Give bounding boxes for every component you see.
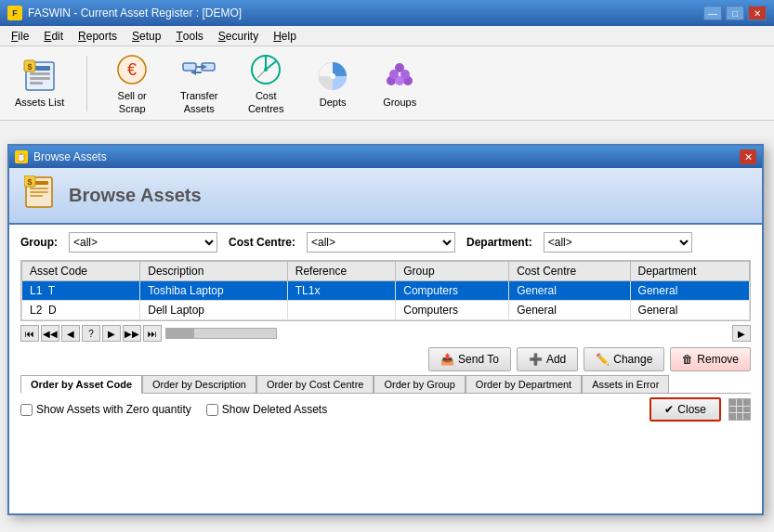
tab-order-group[interactable]: Order by Group bbox=[374, 375, 465, 393]
toolbar-transfer-assets[interactable]: TransferAssets bbox=[173, 47, 225, 118]
send-to-button[interactable]: 📤 Send To bbox=[428, 347, 511, 371]
nav-help[interactable]: ? bbox=[82, 325, 100, 342]
transfer-assets-icon bbox=[180, 51, 217, 88]
col-group: Group bbox=[396, 262, 509, 281]
menu-security[interactable]: Security bbox=[211, 26, 266, 45]
department-label: Department: bbox=[466, 236, 532, 249]
svg-rect-2 bbox=[30, 72, 50, 75]
cell-group: Computers bbox=[396, 281, 509, 301]
table-header-row: Asset Code Description Reference Group C… bbox=[22, 262, 750, 281]
dialog-title-close-button[interactable]: ✕ bbox=[740, 149, 756, 164]
remove-icon: 🗑 bbox=[682, 353, 693, 366]
nav-next[interactable]: ▶ bbox=[102, 325, 121, 342]
navigation-row: ⏮ ◀◀ ◀ ? ▶ ▶▶ ⏭ ▶ bbox=[20, 325, 751, 342]
menu-file[interactable]: File bbox=[4, 26, 36, 45]
zero-qty-label: Show Assets with Zero quantity bbox=[36, 403, 191, 416]
close-checkmark-icon: ✔ bbox=[664, 403, 674, 416]
transfer-assets-label: TransferAssets bbox=[180, 90, 218, 114]
toolbar-assets-list[interactable]: $ Assets List bbox=[11, 54, 68, 112]
svg-rect-3 bbox=[30, 77, 50, 80]
tab-order-asset-code[interactable]: Order by Asset Code bbox=[20, 375, 142, 394]
col-description: Description bbox=[140, 262, 287, 281]
nav-first[interactable]: ⏮ bbox=[20, 325, 39, 342]
department-select[interactable]: <all> bbox=[544, 232, 692, 253]
assets-table: Asset Code Description Reference Group C… bbox=[21, 261, 750, 320]
minimize-button[interactable]: — bbox=[703, 6, 722, 20]
scroll-right-button[interactable]: ▶ bbox=[732, 325, 751, 342]
nav-prev-prev[interactable]: ◀◀ bbox=[41, 325, 59, 342]
nav-prev[interactable]: ◀ bbox=[61, 325, 80, 342]
menu-bar: File Edit Reports Setup Tools Security H… bbox=[0, 26, 774, 46]
col-reference: Reference bbox=[287, 262, 396, 281]
assets-table-scroll[interactable]: Asset Code Description Reference Group C… bbox=[20, 260, 751, 321]
group-select[interactable]: <all> bbox=[69, 232, 217, 253]
nav-last[interactable]: ⏭ bbox=[143, 325, 162, 342]
svg-rect-4 bbox=[30, 82, 43, 84]
browse-assets-dialog: 📋 Browse Assets ✕ $ Browse Assets Group:… bbox=[7, 144, 764, 515]
svg-rect-29 bbox=[30, 195, 43, 197]
cost-centre-select[interactable]: <all> bbox=[307, 232, 455, 253]
table-row[interactable]: L2 D Dell Laptop Computers General Gener… bbox=[22, 301, 750, 320]
window-controls: — □ ✕ bbox=[703, 6, 767, 20]
toolbar: $ Assets List € Sell orScrap TransferAss… bbox=[0, 46, 774, 121]
scroll-right-btn: ▶ bbox=[732, 325, 751, 342]
tab-order-department[interactable]: Order by Department bbox=[466, 375, 582, 393]
cost-centres-label: CostCentres bbox=[248, 90, 284, 114]
add-icon: ➕ bbox=[529, 353, 543, 366]
add-label: Add bbox=[546, 353, 566, 366]
dialog-title-icon: 📋 bbox=[15, 150, 28, 163]
menu-edit[interactable]: Edit bbox=[36, 26, 71, 45]
col-cost-centre: Cost Centre bbox=[509, 262, 630, 281]
add-button[interactable]: ➕ Add bbox=[517, 347, 578, 371]
assets-list-label: Assets List bbox=[15, 97, 64, 109]
bottom-row: Show Assets with Zero quantity Show Dele… bbox=[20, 397, 751, 422]
depts-icon bbox=[314, 58, 351, 95]
svg-text:$: $ bbox=[27, 62, 32, 71]
col-asset-code: Asset Code bbox=[22, 262, 140, 281]
tab-assets-in-error[interactable]: Assets in Error bbox=[582, 375, 669, 393]
remove-button[interactable]: 🗑 Remove bbox=[670, 347, 751, 371]
horizontal-scrollbar-handle[interactable] bbox=[166, 329, 194, 338]
menu-help[interactable]: Help bbox=[266, 26, 304, 45]
deleted-checkbox-item[interactable]: Show Deleted Assets bbox=[206, 403, 327, 416]
toolbar-sell-scrap[interactable]: € Sell orScrap bbox=[106, 47, 158, 118]
svg-point-16 bbox=[264, 68, 268, 71]
window-close-button[interactable]: ✕ bbox=[748, 6, 767, 20]
dialog-body: Group: <all> Cost Centre: <all> Departme… bbox=[9, 225, 762, 429]
dialog-header-title: Browse Assets bbox=[69, 185, 202, 206]
svg-rect-9 bbox=[183, 63, 196, 71]
zero-qty-checkbox-item[interactable]: Show Assets with Zero quantity bbox=[20, 403, 191, 416]
toolbar-cost-centres[interactable]: CostCentres bbox=[240, 47, 292, 118]
svg-point-18 bbox=[330, 73, 335, 79]
group-label: Group: bbox=[20, 236, 58, 249]
toolbar-groups[interactable]: Groups bbox=[374, 54, 426, 112]
change-button[interactable]: ✏️ Change bbox=[584, 347, 664, 371]
menu-setup[interactable]: Setup bbox=[125, 26, 168, 45]
tab-order-description[interactable]: Order by Description bbox=[142, 375, 256, 393]
action-buttons-row: 📤 Send To ➕ Add ✏️ Change 🗑 Remove bbox=[20, 347, 751, 371]
table-row[interactable]: L1 T Toshiba Laptop TL1x Computers Gener… bbox=[22, 281, 750, 301]
deleted-checkbox[interactable] bbox=[206, 404, 218, 416]
order-tabs: Order by Asset Code Order by Description… bbox=[20, 375, 751, 394]
cell-department: General bbox=[630, 301, 749, 320]
toolbar-separator-1 bbox=[86, 56, 87, 111]
close-dialog-button[interactable]: ✔ Close bbox=[649, 397, 721, 422]
cell-reference: TL1x bbox=[287, 281, 396, 301]
send-to-icon: 📤 bbox=[440, 353, 454, 366]
cost-centre-label: Cost Centre: bbox=[229, 236, 295, 249]
menu-reports[interactable]: Reports bbox=[71, 26, 125, 45]
menu-tools[interactable]: Tools bbox=[168, 26, 210, 45]
app-icon: F bbox=[7, 6, 22, 20]
tab-order-cost-centre[interactable]: Order by Cost Centre bbox=[256, 375, 374, 393]
horizontal-scrollbar-track[interactable] bbox=[165, 328, 277, 339]
filter-row: Group: <all> Cost Centre: <all> Departme… bbox=[20, 232, 751, 253]
maximize-button[interactable]: □ bbox=[726, 6, 744, 20]
toolbar-depts[interactable]: Depts bbox=[307, 54, 359, 112]
nav-next-next[interactable]: ▶▶ bbox=[123, 325, 141, 342]
cell-group: Computers bbox=[396, 301, 509, 320]
cell-reference bbox=[287, 301, 396, 320]
svg-text:€: € bbox=[127, 60, 137, 79]
checkbox-group: Show Assets with Zero quantity Show Dele… bbox=[20, 403, 327, 416]
close-dialog-label: Close bbox=[677, 403, 706, 416]
zero-qty-checkbox[interactable] bbox=[20, 404, 33, 416]
